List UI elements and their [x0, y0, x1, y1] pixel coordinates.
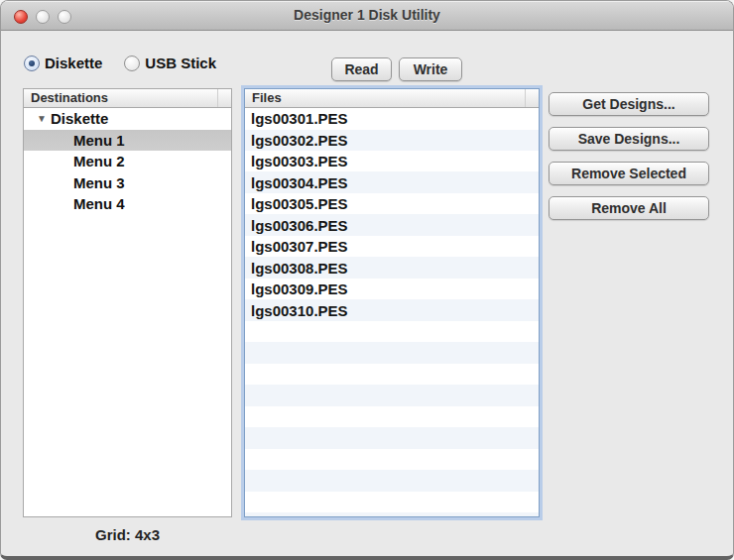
file-row[interactable]: lgs00308.PES: [245, 258, 539, 280]
file-row[interactable]: lgs00301.PES: [245, 108, 539, 130]
tree-item-menu-1[interactable]: Menu 1: [24, 130, 231, 152]
file-row[interactable]: lgs00306.PES: [245, 215, 539, 237]
remove-selected-button[interactable]: Remove Selected: [549, 162, 709, 185]
window-title: Designer 1 Disk Utility: [1, 7, 733, 23]
file-row[interactable]: lgs00305.PES: [245, 193, 539, 215]
grid-status-label: Grid: 4x3: [23, 526, 232, 543]
tree-root-diskette[interactable]: ▼Diskette: [24, 108, 231, 130]
save-designs-button[interactable]: Save Designs...: [549, 127, 709, 151]
destinations-header: Destinations: [24, 89, 231, 108]
tree-item-menu-3[interactable]: Menu 3: [24, 172, 231, 194]
action-buttons: Get Designs...Save Designs...Remove Sele…: [549, 92, 709, 220]
radio-icon-usb-stick: [124, 56, 140, 71]
radio-label-diskette: Diskette: [45, 55, 102, 71]
destinations-panel: Destinations ▼DisketteMenu 1Menu 2Menu 3…: [23, 88, 232, 517]
read-button[interactable]: Read: [331, 57, 392, 81]
app-window: Designer 1 Disk Utility DisketteUSB Stic…: [0, 0, 734, 560]
get-designs-button[interactable]: Get Designs...: [549, 92, 709, 116]
destinations-list: ▼DisketteMenu 1Menu 2Menu 3Menu 4: [24, 108, 231, 516]
title-bar[interactable]: Designer 1 Disk Utility: [1, 1, 733, 31]
file-row[interactable]: lgs00310.PES: [245, 300, 539, 322]
write-button[interactable]: Write: [399, 57, 462, 81]
file-row[interactable]: lgs00302.PES: [245, 130, 539, 152]
files-header: Files: [245, 89, 539, 108]
radio-icon-diskette: [24, 56, 40, 71]
files-panel: Files lgs00301.PESlgs00302.PESlgs00303.P…: [244, 88, 540, 517]
file-row[interactable]: lgs00307.PES: [245, 236, 539, 258]
remove-all-button[interactable]: Remove All: [549, 196, 709, 220]
file-row[interactable]: lgs00304.PES: [245, 172, 539, 194]
tree-item-menu-2[interactable]: Menu 2: [24, 151, 231, 172]
radio-option-diskette[interactable]: Diskette: [24, 55, 102, 71]
tree-item-menu-4[interactable]: Menu 4: [24, 193, 231, 215]
tree-root-label: Diskette: [51, 110, 108, 127]
file-row[interactable]: lgs00303.PES: [245, 151, 539, 172]
file-row[interactable]: lgs00309.PES: [245, 279, 539, 300]
radio-label-usb-stick: USB Stick: [145, 55, 216, 71]
disclosure-triangle-icon[interactable]: ▼: [37, 113, 50, 124]
source-selector: DisketteUSB Stick: [24, 55, 216, 71]
radio-option-usb-stick[interactable]: USB Stick: [124, 55, 216, 71]
files-list: lgs00301.PESlgs00302.PESlgs00303.PESlgs0…: [245, 108, 539, 516]
